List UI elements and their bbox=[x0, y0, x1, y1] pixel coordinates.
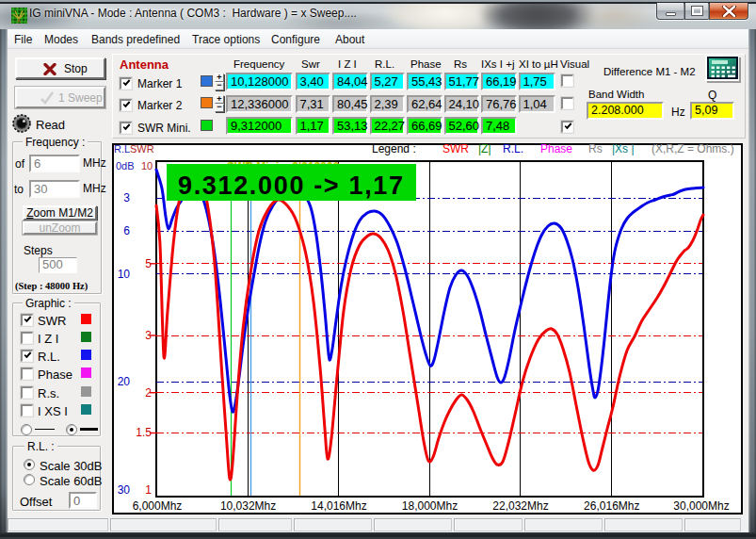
svg-text:6,000Mhz: 6,000Mhz bbox=[133, 499, 183, 513]
svg-text:|Z|: |Z| bbox=[478, 143, 491, 155]
svg-text:30,000Mhz: 30,000Mhz bbox=[673, 499, 729, 513]
svg-text:Phase: Phase bbox=[540, 143, 572, 155]
svg-text:0dB: 0dB bbox=[116, 160, 135, 172]
svg-text:18,000Mhz: 18,000Mhz bbox=[402, 499, 458, 513]
svg-text:9.312.000 -> 1,17: 9.312.000 -> 1,17 bbox=[178, 172, 403, 200]
svg-text:3: 3 bbox=[145, 329, 152, 342]
svg-text:30: 30 bbox=[118, 483, 131, 497]
svg-text:SWR: SWR bbox=[130, 143, 154, 155]
svg-text:|Xs |: |Xs | bbox=[612, 143, 635, 155]
svg-text:(X,R,Z = Ohms.): (X,R,Z = Ohms.) bbox=[651, 143, 734, 155]
svg-text:1.5: 1.5 bbox=[136, 426, 152, 439]
svg-text:2: 2 bbox=[145, 386, 152, 400]
svg-text:26,016Mhz: 26,016Mhz bbox=[584, 499, 639, 513]
svg-text:Legend :: Legend : bbox=[372, 143, 416, 155]
svg-text:10: 10 bbox=[118, 268, 131, 281]
svg-text:R.L: R.L bbox=[114, 143, 130, 155]
svg-text:10: 10 bbox=[141, 160, 153, 172]
svg-text:6: 6 bbox=[123, 224, 130, 237]
svg-text:SWR: SWR bbox=[442, 143, 469, 155]
svg-text:20: 20 bbox=[118, 375, 131, 388]
svg-text:1: 1 bbox=[145, 483, 152, 497]
svg-text:Rs: Rs bbox=[588, 143, 603, 155]
svg-text:3: 3 bbox=[123, 191, 130, 204]
svg-text:14,016Mhz: 14,016Mhz bbox=[311, 499, 366, 513]
svg-text:5: 5 bbox=[145, 257, 152, 270]
svg-text:10,032Mhz: 10,032Mhz bbox=[220, 499, 276, 513]
svg-text:22,032Mhz: 22,032Mhz bbox=[492, 499, 548, 513]
svg-text:R.L.: R.L. bbox=[503, 143, 523, 155]
